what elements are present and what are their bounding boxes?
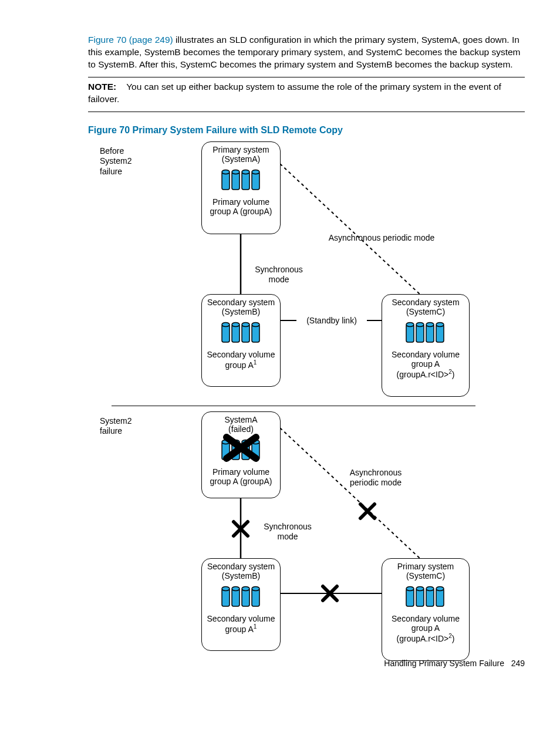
- svg-point-49: [232, 586, 239, 590]
- svg-rect-28: [406, 325, 414, 342]
- svg-point-21: [222, 322, 230, 326]
- disk-icon: [221, 320, 262, 347]
- disk-icon: [405, 584, 446, 611]
- after-failure-label: System2 failure: [100, 416, 131, 437]
- primary-a-vol: Primary volumegroup A (groupA): [202, 197, 280, 216]
- failed-x-icon: [221, 434, 262, 461]
- note-rule-bottom: [88, 112, 525, 112]
- page-footer: Handling Primary System Failure 249: [384, 659, 525, 668]
- svg-rect-48: [232, 589, 239, 606]
- svg-rect-12: [222, 172, 230, 190]
- sec-b-title-bottom: Secondary system(SystemB): [202, 562, 280, 580]
- svg-rect-60: [436, 589, 444, 606]
- svg-rect-14: [232, 172, 239, 190]
- svg-rect-26: [252, 325, 259, 342]
- box-primary-system-c-bottom: Primary system(SystemC) Secondary volume…: [382, 558, 470, 661]
- box-secondary-system-b-bottom: Secondary system(SystemB) Secondary volu…: [201, 558, 281, 651]
- async-mode-label-bottom: Asynchronousperiodic mode: [335, 468, 417, 488]
- pri-c-vol-bottom: Secondary volumegroup A(groupA.r<ID>2): [382, 614, 469, 643]
- sync-mode-label-bottom: Synchronousmode: [252, 522, 323, 542]
- svg-rect-32: [426, 325, 434, 342]
- note-paragraph: NOTE: You can set up either backup syste…: [88, 81, 525, 106]
- box-primary-system-a: Primary system(SystemA) Primary volumegr…: [201, 141, 281, 234]
- diagram: Before System2 failure Primary system(Sy…: [88, 141, 493, 658]
- standby-link-label-top: (Standby link): [296, 316, 367, 326]
- svg-point-27: [252, 322, 259, 326]
- svg-point-23: [232, 322, 239, 326]
- note-label: NOTE:: [88, 82, 116, 92]
- svg-rect-16: [242, 172, 249, 190]
- svg-point-19: [252, 170, 259, 174]
- svg-point-61: [436, 586, 444, 590]
- box-secondary-system-c-top: Secondary system(SystemC) Secondary volu…: [382, 294, 470, 397]
- svg-rect-30: [416, 325, 424, 342]
- svg-point-53: [252, 586, 259, 590]
- sync-mode-label-top: Synchronousmode: [244, 265, 314, 285]
- svg-point-35: [436, 322, 444, 326]
- svg-rect-18: [252, 172, 259, 190]
- svg-point-51: [242, 586, 249, 590]
- sec-c-vol-top: Secondary volumegroup A(groupA.r<ID>2): [382, 350, 469, 379]
- svg-point-59: [426, 586, 434, 590]
- svg-rect-20: [222, 325, 230, 342]
- pri-c-title-bottom: Primary system(SystemC): [382, 562, 469, 580]
- svg-rect-58: [426, 589, 434, 606]
- sec-b-vol-top: Secondary volumegroup A1: [202, 350, 280, 370]
- async-mode-label-top: Asynchronous periodic mode: [320, 233, 443, 244]
- primary-a-title: Primary system(SystemA): [202, 145, 280, 164]
- footer-text: Handling Primary System Failure: [384, 659, 504, 668]
- svg-point-47: [222, 586, 230, 590]
- svg-point-15: [232, 170, 239, 174]
- intro-paragraph: Figure 70 (page 249) illustrates an SLD …: [88, 34, 525, 71]
- svg-point-13: [222, 170, 230, 174]
- svg-point-25: [242, 322, 249, 326]
- disk-icon: [221, 584, 262, 611]
- svg-rect-34: [436, 325, 444, 342]
- figure-caption: Figure 70 Primary System Failure with SL…: [88, 125, 525, 136]
- before-failure-label: Before System2 failure: [100, 146, 131, 177]
- svg-point-29: [406, 322, 414, 326]
- svg-point-31: [416, 322, 424, 326]
- sys-a-failed-vol: Primary volumegroup A (groupA): [202, 467, 280, 486]
- note-rule-top: [88, 77, 525, 77]
- svg-point-55: [406, 586, 414, 590]
- svg-rect-56: [416, 589, 424, 606]
- disk-icon: [405, 320, 446, 347]
- box-system-a-failed: SystemA(failed) Primary volumegroup: [201, 411, 281, 498]
- sys-a-failed-title: SystemA(failed): [202, 415, 280, 434]
- sec-b-title-top: Secondary system(SystemB): [202, 298, 280, 316]
- diagram-separator: [112, 406, 475, 406]
- svg-rect-24: [242, 325, 249, 342]
- svg-point-33: [426, 322, 434, 326]
- svg-rect-46: [222, 589, 230, 606]
- box-secondary-system-b-top: Secondary system(SystemB) Secondary volu…: [201, 294, 281, 387]
- svg-rect-54: [406, 589, 414, 606]
- disk-icon: [221, 167, 262, 194]
- sec-b-vol-bottom: Secondary volumegroup A1: [202, 614, 280, 634]
- footer-page-number: 249: [511, 659, 525, 668]
- note-text: You can set up either backup system to a…: [88, 82, 501, 104]
- figure-reference-link[interactable]: Figure 70 (page 249): [88, 35, 173, 45]
- sec-c-title-top: Secondary system(SystemC): [382, 298, 469, 316]
- svg-rect-22: [232, 325, 239, 342]
- svg-rect-50: [242, 589, 249, 606]
- svg-rect-52: [252, 589, 259, 606]
- svg-point-17: [242, 170, 249, 174]
- svg-point-57: [416, 586, 424, 590]
